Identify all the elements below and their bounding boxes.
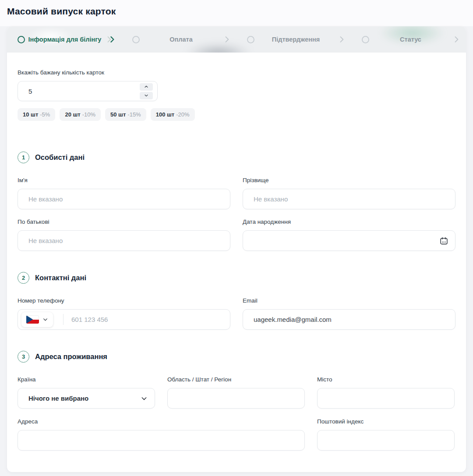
section-address-header: 3 Адреса проживання [18, 351, 455, 363]
step-label: Інформація для білінгу [25, 36, 105, 43]
city-field[interactable] [318, 388, 454, 408]
section-number-badge: 3 [18, 351, 29, 363]
quantity-label: Вкажіть бажану кількість карток [18, 69, 455, 76]
country-label: Країна [18, 376, 155, 383]
chip-discount: -20% [176, 111, 189, 118]
step-circle-icon [362, 36, 369, 43]
chip-discount: -15% [127, 111, 141, 118]
zip-label: Поштовий індекс [317, 418, 455, 425]
country-select[interactable]: Нічого не вибрано [18, 388, 155, 409]
discount-chip-50[interactable]: 50 шт -15% [105, 108, 146, 121]
street-field[interactable] [18, 430, 304, 450]
chevron-down-icon [141, 395, 148, 402]
last-name-group: Прізвище [243, 177, 455, 209]
step-label: Підтвердження [254, 36, 337, 43]
chip-discount: -10% [82, 111, 95, 118]
address-row-1: Країна Нічого не вибрано Область / Штат … [18, 376, 455, 409]
chevron-down-icon [42, 317, 48, 322]
step-label: Статус [369, 36, 452, 43]
email-field[interactable] [243, 310, 455, 329]
birth-date-group: Дата народження [243, 219, 455, 251]
country-group: Країна Нічого не вибрано [18, 376, 155, 409]
step-label: Оплата [140, 36, 222, 43]
stepper-step-payment[interactable]: Оплата [122, 35, 236, 44]
street-label: Адреса [18, 418, 305, 425]
divider [63, 314, 64, 325]
czech-flag-icon [26, 315, 39, 324]
step-circle-icon [18, 36, 25, 43]
chevron-up-icon [144, 85, 148, 89]
page-title: Масовий випуск карток [7, 6, 466, 17]
quantity-value-input[interactable] [18, 88, 140, 95]
page-header: Масовий випуск карток [0, 0, 473, 26]
chevron-right-icon [452, 35, 461, 44]
section-number-badge: 2 [18, 272, 29, 284]
middle-name-label: По батькові [18, 219, 230, 225]
first-name-group: Ім'я [18, 177, 230, 209]
last-name-label: Прізвище [243, 177, 455, 183]
city-group: Місто [317, 376, 455, 409]
middle-name-field-wrap [18, 230, 230, 251]
street-field-wrap [18, 430, 305, 451]
phone-group: Номер телефону [18, 297, 230, 330]
section-title: Особисті дані [35, 153, 85, 162]
city-label: Місто [317, 376, 455, 383]
quantity-decrement-button[interactable] [140, 92, 153, 99]
chevron-right-icon [337, 35, 346, 44]
section-title: Адреса проживання [35, 353, 107, 361]
discount-chip-20[interactable]: 20 шт -10% [60, 108, 101, 121]
first-name-field[interactable] [18, 189, 230, 209]
country-select-value: Нічого не вибрано [18, 395, 88, 402]
birth-date-label: Дата народження [243, 219, 455, 225]
section-number-badge: 1 [18, 152, 29, 163]
step-circle-icon [247, 36, 254, 43]
birth-date-field[interactable] [243, 231, 455, 250]
country-code-selector[interactable] [21, 312, 53, 327]
stepper-step-billing-info[interactable]: Інформація для білінгу [7, 35, 122, 44]
contact-row: Номер телефону Email [18, 297, 455, 330]
address-row-2: Адреса Поштовий індекс [18, 418, 455, 451]
first-name-field-wrap [18, 189, 230, 209]
discount-chip-10[interactable]: 10 шт -5% [18, 108, 55, 121]
chip-discount: -5% [40, 111, 50, 118]
discount-chip-100[interactable]: 100 шт -20% [151, 108, 195, 121]
last-name-field-wrap [243, 189, 455, 209]
stepper-step-status[interactable]: Статус [351, 35, 466, 44]
quantity-spinner [140, 83, 153, 99]
zip-field-wrap [317, 430, 455, 451]
stepper-step-confirmation[interactable]: Підтвердження [236, 35, 351, 44]
region-field[interactable] [168, 388, 304, 408]
section-title: Контактні дані [35, 274, 86, 282]
birth-date-field-wrap [243, 230, 455, 251]
stepper: Інформація для білінгу Оплата Підтвердже… [7, 26, 466, 53]
chevron-right-icon [108, 35, 116, 44]
middle-name-field[interactable] [18, 231, 230, 250]
phone-field-wrap [18, 309, 230, 330]
city-field-wrap [317, 388, 455, 409]
personal-row-1: Ім'я Прізвище [18, 177, 455, 209]
section-personal-header: 1 Особисті дані [18, 152, 455, 163]
last-name-field[interactable] [243, 189, 455, 209]
chevron-down-icon [144, 93, 148, 98]
chip-quantity: 10 шт [23, 111, 38, 118]
chip-quantity: 20 шт [65, 111, 80, 118]
chevron-right-icon [222, 35, 231, 44]
calendar-icon[interactable] [439, 236, 448, 245]
phone-label: Номер телефону [18, 297, 230, 304]
quantity-increment-button[interactable] [140, 83, 153, 91]
region-group: Область / Штат / Регіон [167, 376, 305, 409]
chip-quantity: 100 шт [156, 111, 175, 118]
quantity-input [18, 81, 158, 101]
email-label: Email [243, 297, 455, 304]
chip-quantity: 50 шт [110, 111, 126, 118]
section-contact-header: 2 Контактні дані [18, 272, 455, 284]
zip-group: Поштовий індекс [317, 418, 455, 451]
middle-name-group: По батькові [18, 219, 230, 251]
zip-field[interactable] [318, 430, 454, 450]
email-group: Email [243, 297, 455, 330]
step-circle-icon [132, 36, 140, 43]
first-name-label: Ім'я [18, 177, 230, 183]
email-field-wrap [243, 309, 455, 330]
form-card: Інформація для білінгу Оплата Підтвердже… [7, 26, 466, 472]
decorative-blob [186, 44, 251, 53]
